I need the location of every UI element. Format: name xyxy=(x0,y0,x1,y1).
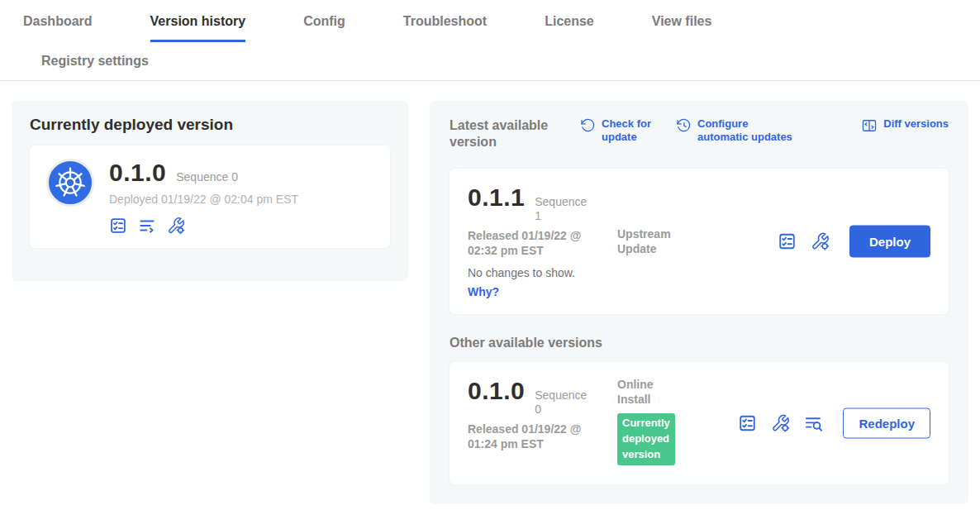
config-wrench-gear-icon[interactable] xyxy=(167,217,185,235)
top-navigation: Dashboard Version history Config Trouble… xyxy=(0,0,980,81)
deployed-version-number: 0.1.0 xyxy=(109,159,166,187)
other-version-info: 0.1.0 Sequence 0 Released 01/19/22 @ 01:… xyxy=(468,377,625,451)
other-sequence-label: Sequence 0 xyxy=(535,388,594,417)
other-version-number: 0.1.0 xyxy=(468,377,525,405)
no-changes-text: No changes to show. xyxy=(468,266,625,279)
tab-version-history[interactable]: Version history xyxy=(150,0,246,42)
config-wrench-gear-icon[interactable] xyxy=(811,232,830,251)
diff-versions-link[interactable]: Diff versions xyxy=(861,117,949,134)
deployed-version-card: 0.1.0 Sequence 0 Deployed 01/19/22 @ 02:… xyxy=(30,145,390,248)
tab-view-files[interactable]: View files xyxy=(652,0,712,42)
latest-version-number: 0.1.1 xyxy=(468,183,525,212)
nav-row-2: Registry settings xyxy=(0,42,980,80)
kubernetes-logo-icon xyxy=(46,159,94,207)
deployed-timestamp: Deployed 01/19/22 @ 02:04 pm EST xyxy=(109,193,298,206)
latest-available-title: Latest available version xyxy=(450,117,560,150)
deployed-card-icons xyxy=(109,217,298,235)
configure-automatic-updates-link[interactable]: Configure automatic updates xyxy=(676,117,800,143)
schedule-refresh-icon xyxy=(676,117,692,133)
config-wrench-gear-icon[interactable] xyxy=(771,414,790,433)
other-card-actions: Redeploy xyxy=(738,408,930,439)
available-versions-panel: Latest available version Check for updat… xyxy=(430,101,968,504)
deploy-button[interactable]: Deploy xyxy=(849,226,930,258)
diff-versions-label: Diff versions xyxy=(883,117,949,131)
other-version-source-label: Online Install xyxy=(617,378,654,406)
latest-card-actions: Deploy xyxy=(778,226,930,258)
other-version-card: 0.1.0 Sequence 0 Released 01/19/22 @ 01:… xyxy=(450,362,949,484)
nav-row-1: Dashboard Version history Config Trouble… xyxy=(0,0,980,42)
tab-license[interactable]: License xyxy=(545,0,594,42)
currently-deployed-title: Currently deployed version xyxy=(30,116,390,134)
check-for-update-label: Check for update xyxy=(602,117,656,143)
redeploy-button[interactable]: Redeploy xyxy=(843,408,930,439)
deployed-card-body: 0.1.0 Sequence 0 Deployed 01/19/22 @ 02:… xyxy=(109,159,298,235)
latest-released-timestamp: Released 01/19/22 @ 02:32 pm EST xyxy=(468,228,610,258)
available-versions-header: Latest available version Check for updat… xyxy=(450,117,949,150)
configure-automatic-updates-label: Configure automatic updates xyxy=(697,117,800,143)
refresh-arrow-icon xyxy=(580,117,596,133)
tab-troubleshoot[interactable]: Troubleshoot xyxy=(403,0,487,42)
latest-sequence-label: Sequence 1 xyxy=(535,195,594,223)
tab-registry-settings[interactable]: Registry settings xyxy=(41,54,149,69)
preflight-checks-icon[interactable] xyxy=(778,232,797,251)
latest-version-source: Upstream Update xyxy=(617,226,693,256)
other-version-source: Online Install Currently deployed versio… xyxy=(617,377,670,465)
deploy-logs-icon[interactable] xyxy=(138,217,156,235)
currently-deployed-badge: Currently deployed version xyxy=(617,413,675,465)
deployed-sequence-label: Sequence 0 xyxy=(176,170,238,184)
latest-version-card: 0.1.1 Sequence 1 Released 01/19/22 @ 02:… xyxy=(450,169,949,314)
diff-columns-icon xyxy=(861,117,878,134)
preflight-checks-icon[interactable] xyxy=(109,217,127,235)
preflight-checks-icon[interactable] xyxy=(738,414,757,433)
why-link[interactable]: Why? xyxy=(468,285,499,298)
check-for-update-link[interactable]: Check for update xyxy=(580,117,656,143)
tab-dashboard[interactable]: Dashboard xyxy=(23,0,93,42)
other-released-timestamp: Released 01/19/22 @ 01:24 pm EST xyxy=(468,422,610,451)
other-versions-heading: Other available versions xyxy=(450,336,949,350)
view-diff-lines-magnifier-icon[interactable] xyxy=(804,414,823,433)
latest-version-info: 0.1.1 Sequence 1 Released 01/19/22 @ 02:… xyxy=(468,183,625,299)
currently-deployed-panel: Currently deployed version 0.1.0 Sequenc… xyxy=(12,101,408,281)
tab-config[interactable]: Config xyxy=(303,0,345,42)
